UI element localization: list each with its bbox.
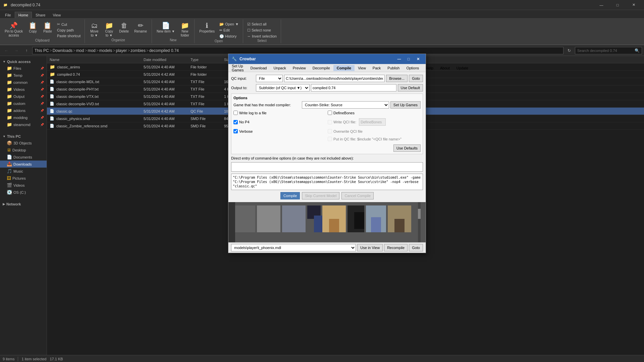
crumb-mod1[interactable]: mod (76, 48, 84, 53)
define-bones-input[interactable] (328, 111, 332, 115)
menu-options[interactable]: Options (403, 65, 422, 71)
properties-button[interactable]: ℹ Properties (197, 21, 217, 34)
output-type-select[interactable]: Subfolder (of QC input ▼) (256, 84, 310, 92)
put-in-qci-input[interactable] (328, 137, 332, 141)
sidebar-item-music[interactable]: 🎵 Music (0, 168, 47, 175)
open-button[interactable]: 📂 Open ▼ (218, 21, 240, 27)
tab-share[interactable]: Share (32, 12, 49, 18)
new-item-button[interactable]: 📄 New item ▼ (155, 21, 177, 34)
cancel-compile-button[interactable]: Cancel Compile (341, 192, 374, 199)
paste-shortcut-button[interactable]: Paste shortcut (56, 33, 82, 39)
crumb-thispc[interactable]: This PC (35, 48, 49, 53)
select-none-button[interactable]: ☐ Select none (246, 27, 278, 33)
dialog-maximize[interactable]: □ (404, 55, 413, 63)
minimize-button[interactable]: — (594, 0, 609, 10)
overwrite-qci-input[interactable] (328, 129, 332, 133)
col-header-type[interactable]: Type (188, 56, 221, 63)
qc-goto-button[interactable]: Goto (409, 75, 423, 82)
menu-setup-games[interactable]: Set Up Games (228, 63, 247, 73)
crumb-zombies[interactable]: zombies (130, 48, 146, 53)
overwrite-qci-checkbox[interactable]: Overwrite QCI file (328, 129, 363, 133)
rename-button[interactable]: ✏ Rename (132, 21, 149, 34)
no-p4-input[interactable] (233, 120, 238, 124)
sidebar-item-modding[interactable]: 📁 modding 📌 (0, 114, 47, 121)
verbose-checkbox[interactable]: Verbose (233, 129, 253, 133)
compile-button[interactable]: Compile (280, 192, 300, 199)
setup-games-button[interactable]: Set Up Games (390, 101, 421, 109)
paste-button[interactable]: 📋 Paste (41, 21, 54, 34)
use-defaults-button[interactable]: Use Defaults (393, 144, 421, 152)
search-box[interactable]: Search decompiled 0.74 🔍 (575, 47, 642, 54)
back-button[interactable]: ← (2, 47, 11, 55)
menu-preview[interactable]: Preview (289, 65, 309, 71)
tab-file[interactable]: File (1, 12, 15, 18)
output-field[interactable] (311, 84, 396, 92)
write-log-input[interactable] (233, 111, 238, 115)
crumb-downloads[interactable]: Downloads (53, 48, 72, 53)
menu-download[interactable]: Download (247, 65, 270, 71)
new-folder-button[interactable]: 📁 Newfolder (178, 21, 192, 38)
invert-selection-button[interactable]: ↔ Invert selection (246, 34, 278, 39)
put-in-qci-checkbox[interactable]: Put in QC file: $include "<QCI file name… (328, 137, 401, 141)
menu-view[interactable]: View (355, 65, 369, 71)
sidebar-item-output[interactable]: 📁 Output 📌 (0, 93, 47, 100)
menu-decompile[interactable]: Decompile (309, 65, 333, 71)
verbose-input[interactable] (233, 129, 238, 133)
footer-goto-button[interactable]: Goto (409, 244, 423, 251)
dialog-close[interactable]: ✕ (414, 55, 422, 63)
sidebar-item-3dobjects[interactable]: 📦 3D Objects (0, 139, 47, 146)
this-pc-header[interactable]: ▼ This PC (0, 133, 47, 139)
up-button[interactable]: ↑ (22, 47, 31, 55)
crumb-models[interactable]: models (99, 48, 112, 53)
sidebar-item-temp[interactable]: 📁 Temp 📌 (0, 72, 47, 79)
recompile-button[interactable]: Recompile (384, 244, 408, 251)
sidebar-item-videos[interactable]: 📁 Videos 📌 (0, 86, 47, 93)
dialog-minimize[interactable]: — (395, 55, 404, 63)
sidebar-item-addons[interactable]: 📁 addons 📌 (0, 107, 47, 114)
col-header-name[interactable]: Name (47, 56, 141, 63)
sidebar-item-common[interactable]: 📁 common 📌 (0, 79, 47, 86)
copy-button[interactable]: 📋 Copy (26, 21, 40, 34)
sidebar-item-videos2[interactable]: 🎬 Videos (0, 182, 47, 189)
use-default-button[interactable]: Use Default (398, 84, 423, 92)
tab-home[interactable]: Home (15, 12, 32, 18)
menu-help[interactable]: Help (422, 65, 437, 71)
copy-to-button[interactable]: 📁 Copyto ▼ (102, 21, 116, 38)
write-qci-input[interactable] (328, 120, 332, 124)
sidebar-item-pictures[interactable]: 🖼 Pictures (0, 175, 47, 182)
sidebar-item-osc[interactable]: 💽 OS (C:) (0, 189, 47, 196)
crumb-decompiled[interactable]: decompiled 0.74 (149, 48, 179, 53)
qc-browse-button[interactable]: Browse... (386, 75, 408, 82)
crumb-player[interactable]: player (116, 48, 127, 53)
menu-compile[interactable]: Compile (333, 65, 355, 71)
crumb-mod2[interactable]: mod (88, 48, 95, 53)
history-button[interactable]: 🕐 History (218, 34, 240, 39)
qc-input-type-select[interactable]: File (256, 75, 283, 82)
sidebar-item-desktop[interactable]: 🖥 Desktop (0, 146, 47, 154)
quick-access-header[interactable]: ▼ Quick access (0, 59, 47, 65)
forward-button[interactable]: → (12, 47, 21, 55)
network-header[interactable]: ▶ Network (0, 201, 47, 207)
delete-button[interactable]: 🗑 Delete (117, 21, 131, 34)
maximize-button[interactable]: □ (610, 0, 625, 10)
write-log-checkbox[interactable]: Write log to a file (233, 111, 267, 115)
qc-input-field[interactable] (284, 75, 385, 82)
game-select[interactable]: Counter-Strike: Source (302, 101, 389, 109)
menu-about[interactable]: About (437, 65, 453, 71)
pin-button[interactable]: 📌 Pin to Quickaccess (3, 21, 25, 38)
cmd-entry-field[interactable] (231, 162, 423, 172)
use-in-view-button[interactable]: Use in View (357, 244, 383, 251)
sidebar-item-documents[interactable]: 📄 Documents (0, 154, 47, 161)
skip-model-button[interactable]: Skip Current Model (302, 192, 339, 199)
refresh-button[interactable]: ↻ (565, 47, 574, 55)
copy-path-button[interactable]: Copy path (56, 27, 82, 33)
close-button[interactable]: ✕ (626, 0, 641, 10)
address-path[interactable]: This PC > Downloads > mod > mod > models… (32, 47, 564, 54)
menu-publish[interactable]: Publish (384, 65, 403, 71)
cut-button[interactable]: ✂ Cut (56, 21, 82, 27)
define-bones-checkbox[interactable]: DefineBones (328, 111, 355, 115)
no-p4-checkbox[interactable]: No P4 (233, 120, 250, 124)
sidebar-item-files[interactable]: 📁 Files 📌 (0, 65, 47, 72)
select-all-button[interactable]: ☑ Select all (246, 21, 278, 27)
move-to-button[interactable]: 🗂 Moveto ▼ (88, 21, 101, 38)
